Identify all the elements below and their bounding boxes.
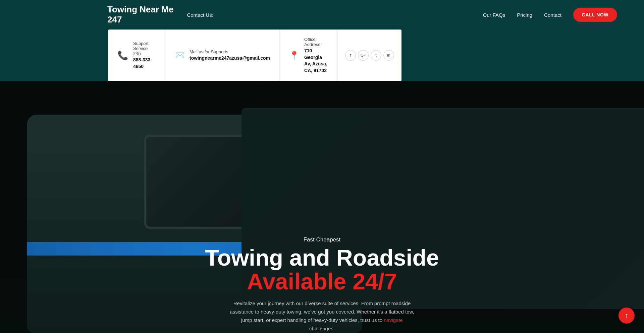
mail-value: towingnearme247azusa@gmail.com — [190, 55, 270, 62]
scroll-to-top-button[interactable]: ↑ — [619, 308, 635, 324]
hero-title-white: Towing and Roadside — [205, 245, 439, 270]
twitter-icon[interactable]: t — [371, 50, 381, 61]
address-info: 📍 Office Address 710 Georgia Av, Azusa, … — [280, 30, 338, 81]
scroll-up-arrow: ↑ — [625, 311, 629, 320]
hero-desc-end: challenges. — [309, 326, 335, 331]
linkedin-icon[interactable]: in — [383, 50, 394, 61]
hero-title: Towing and Roadside Available 24/7 — [205, 246, 439, 294]
location-icon: 📍 — [289, 51, 299, 60]
call-now-button[interactable]: CALL NOW — [573, 8, 617, 22]
mail-label: Mail us for Supports — [190, 49, 270, 54]
facebook-icon[interactable]: f — [345, 50, 356, 61]
mail-icon: ✉️ — [175, 51, 184, 60]
phone-icon: 📞 — [117, 50, 128, 61]
hero-navigate-link[interactable]: navigate — [384, 317, 403, 323]
nav-pricing[interactable]: Pricing — [517, 12, 532, 18]
support-label: Support Service 24/7 — [133, 41, 156, 56]
hero-content: Fast Cheapest Towing and Roadside Availa… — [205, 236, 439, 333]
hero-title-red: Available 24/7 — [247, 269, 397, 294]
nav-faqs[interactable]: Our FAQs — [483, 12, 505, 18]
support-phone: 888-333-4650 — [133, 57, 156, 70]
mail-info: ✉️ Mail us for Supports towingnearme247a… — [166, 30, 280, 81]
hero-section: Fast Cheapest Towing and Roadside Availa… — [0, 81, 644, 333]
address-value: 710 Georgia Av, Azusa, CA, 91702 — [304, 48, 328, 74]
info-card: 📞 Support Service 24/7 888-333-4650 ✉️ M… — [108, 30, 401, 81]
address-label: Office Address — [304, 37, 328, 47]
brand-line1: Towing Near Me — [107, 4, 173, 14]
hero-tagline: Fast Cheapest — [205, 236, 439, 243]
support-info: 📞 Support Service 24/7 888-333-4650 — [108, 30, 166, 81]
nav-contact[interactable]: Contact — [544, 12, 561, 18]
social-icons: f G+ t in — [338, 30, 401, 81]
google-plus-icon[interactable]: G+ — [358, 50, 369, 61]
site-brand: Towing Near Me 247 — [107, 5, 173, 25]
hero-description: Revitalize your journey with our diverse… — [228, 299, 416, 333]
brand-line2: 247 — [107, 14, 122, 24]
contact-us-label: Contact Us: — [187, 12, 213, 18]
